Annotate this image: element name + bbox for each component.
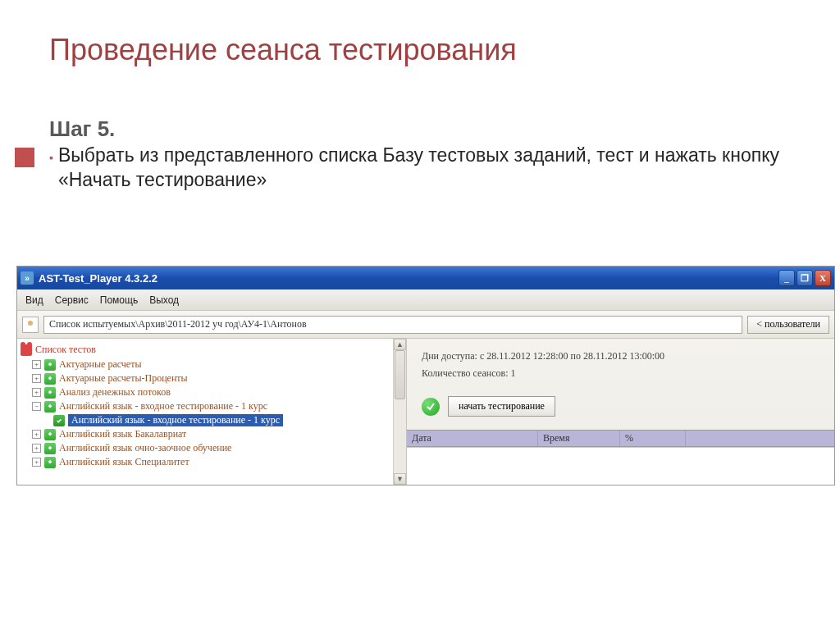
folder-icon xyxy=(44,429,56,440)
tree-item[interactable]: + Актуарные расчеты-Проценты xyxy=(21,371,403,385)
folder-icon xyxy=(44,359,56,371)
expander-icon[interactable]: + xyxy=(32,374,41,383)
scroll-down-icon[interactable]: ▼ xyxy=(394,473,406,485)
folder-icon xyxy=(44,457,56,468)
scroll-up-icon[interactable]: ▲ xyxy=(394,339,406,350)
tree-item[interactable]: + Английский язык Специалитет xyxy=(21,455,403,469)
tree-item-label: Английский язык - входное тестирование -… xyxy=(68,414,283,426)
scrollbar[interactable]: ▲ ▼ xyxy=(393,339,406,485)
tree-item-label: Английский язык Бакалавриат xyxy=(59,428,186,440)
menu-view[interactable]: Вид xyxy=(25,294,43,306)
folder-icon xyxy=(44,443,56,454)
step-text: Выбрать из представленного списка Базу т… xyxy=(58,144,791,193)
step-heading: Шаг 5. xyxy=(0,75,840,144)
tree-item-label: Актуарные расчеты xyxy=(59,358,141,371)
tests-tree: Список тестов + Актуарные расчеты + Акту… xyxy=(17,339,407,485)
col-time[interactable]: Время xyxy=(538,431,620,446)
pathbar: < пользователи xyxy=(17,311,834,339)
folder-icon xyxy=(44,373,56,385)
tree-item[interactable]: + Актуарные расчеты xyxy=(21,358,403,371)
tree-root-icon xyxy=(21,344,32,356)
tree-item-label: Английский язык очно-заочное обучение xyxy=(59,442,231,454)
expander-icon[interactable]: + xyxy=(32,360,41,369)
expander-icon[interactable]: + xyxy=(32,430,41,439)
check-icon xyxy=(422,398,440,416)
sessions-count-label: Количество сеансов: 1 xyxy=(422,367,819,380)
tree-item-label: Английский язык Специалитет xyxy=(59,456,189,468)
maximize-button[interactable]: ❐ xyxy=(797,270,813,286)
tree-item-label: Английский язык - входное тестирование -… xyxy=(59,400,267,412)
titlebar: » AST-Test_Player 4.3.2.2 _ ❐ X xyxy=(17,267,834,289)
tree-item[interactable]: + Английский язык очно-заочное обучение xyxy=(21,441,403,455)
close-button[interactable]: X xyxy=(815,270,831,286)
col-date[interactable]: Дата xyxy=(407,431,538,446)
col-percent[interactable]: % xyxy=(620,431,686,446)
test-icon xyxy=(53,415,65,426)
app-icon: » xyxy=(21,271,34,285)
tree-item[interactable]: + Английский язык Бакалавриат xyxy=(21,427,403,441)
start-testing-button[interactable]: начать тестирование xyxy=(448,396,555,417)
tree-root-label: Список тестов xyxy=(35,344,96,356)
window-title: AST-Test_Player 4.3.2.2 xyxy=(39,272,778,285)
user-icon xyxy=(22,317,39,333)
expander-icon[interactable]: + xyxy=(32,444,41,453)
tree-item-selected[interactable]: Английский язык - входное тестирование -… xyxy=(21,413,403,427)
results-grid-body xyxy=(407,447,834,485)
bullet-icon: ▪ xyxy=(49,151,53,164)
results-grid-header: Дата Время % xyxy=(407,430,834,447)
menu-exit[interactable]: Выход xyxy=(149,294,179,306)
app-window: » AST-Test_Player 4.3.2.2 _ ❐ X Вид Серв… xyxy=(16,266,835,485)
slide-title: Проведение сеанса тестирования xyxy=(0,0,840,75)
minimize-button[interactable]: _ xyxy=(778,270,795,286)
expander-icon[interactable]: + xyxy=(32,458,41,467)
folder-icon xyxy=(44,401,56,412)
menubar: Вид Сервис Помощь Выход xyxy=(17,289,834,311)
menu-help[interactable]: Помощь xyxy=(100,294,138,306)
expander-icon[interactable]: − xyxy=(32,402,41,411)
access-days-label: Дни доступа: с 28.11.2012 12:28:00 по 28… xyxy=(422,350,819,362)
path-input[interactable] xyxy=(43,316,742,334)
tree-item[interactable]: + Анализ денежных потоков xyxy=(21,385,403,399)
details-pane: Дни доступа: с 28.11.2012 12:28:00 по 28… xyxy=(407,339,834,485)
folder-icon xyxy=(44,387,56,399)
accent-bar xyxy=(15,148,34,167)
menu-service[interactable]: Сервис xyxy=(55,294,89,306)
scroll-thumb[interactable] xyxy=(395,350,405,399)
tree-item-label: Актуарные расчеты-Проценты xyxy=(59,372,188,385)
expander-icon[interactable]: + xyxy=(32,388,41,397)
users-button[interactable]: < пользователи xyxy=(747,316,829,334)
tree-item[interactable]: − Английский язык - входное тестирование… xyxy=(21,399,403,413)
tree-item-label: Анализ денежных потоков xyxy=(59,386,171,399)
